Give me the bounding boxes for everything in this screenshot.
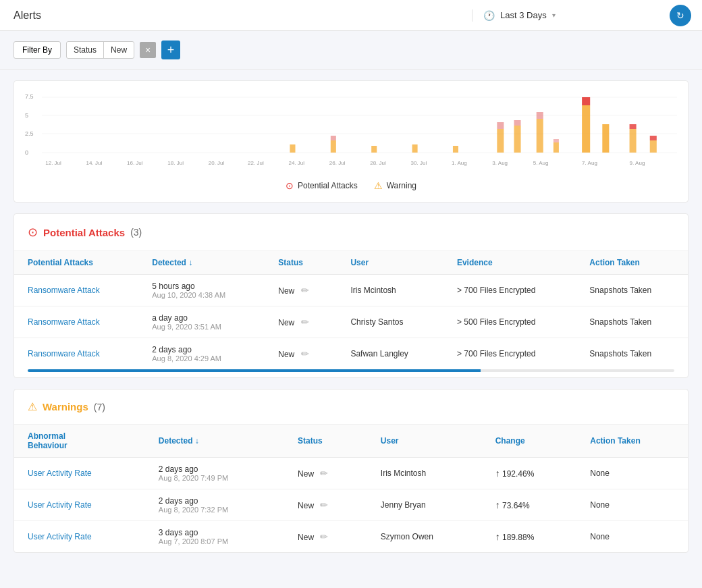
edit-icon[interactable]: ✏ (301, 285, 309, 296)
col-evidence: Evidence (443, 251, 576, 275)
warnings-header-row: AbnormalBehaviour Detected ↓ Status User… (14, 425, 688, 458)
warnings-title: Warnings (43, 401, 88, 412)
col-detected[interactable]: Detected ↓ (138, 251, 265, 275)
col-potential-attacks: Potential Attacks (14, 251, 138, 275)
edit-icon[interactable]: ✏ (320, 531, 328, 542)
svg-rect-37 (582, 105, 590, 153)
potential-attacks-table-wrapper: Potential Attacks Detected ↓ Status User… (14, 251, 688, 369)
svg-text:16. Jul: 16. Jul (127, 160, 143, 166)
attack-detected: 2 days ago Aug 8, 2020 4:29 AM (138, 338, 265, 370)
warning-name[interactable]: User Activity Rate (14, 489, 145, 521)
svg-rect-35 (554, 142, 559, 153)
col-action-taken-w: Action Taken (576, 425, 688, 458)
header-right: 🕐 Last 3 Days ▾ ↻ (473, 5, 702, 26)
attack-action: Snapshots Taken (576, 275, 688, 306)
warning-legend-icon: ⚠ (374, 180, 383, 191)
svg-text:5. Aug: 5. Aug (533, 160, 549, 166)
potential-attacks-title: Potential Attacks (43, 227, 125, 238)
page-title: Alerts (0, 9, 473, 22)
warnings-header: ⚠ Warnings (7) (14, 390, 688, 425)
col-abnormal-behaviour: AbnormalBehaviour (14, 425, 145, 458)
attack-name[interactable]: Ransomware Attack (14, 306, 138, 338)
warning-change: ↑ 192.46% (482, 458, 577, 489)
chart-container: 7.5 5 2.5 0 12. Jul 14. Jul 16. Jul 18. … (14, 80, 688, 203)
svg-rect-40 (630, 129, 637, 153)
svg-rect-26 (371, 146, 377, 153)
table-row: User Activity Rate 3 days ago Aug 7, 202… (14, 521, 688, 553)
warning-legend-label: Warning (387, 181, 416, 190)
table-row: Ransomware Attack a day ago Aug 9, 2020 … (14, 306, 688, 338)
attack-name[interactable]: Ransomware Attack (14, 275, 138, 306)
status-filter: Status New (66, 41, 134, 59)
attack-status: New ✏ (265, 306, 337, 338)
warnings-count: (7) (94, 402, 105, 412)
svg-rect-27 (412, 144, 418, 153)
attack-name[interactable]: Ransomware Attack (14, 338, 138, 370)
svg-rect-34 (537, 112, 543, 119)
svg-text:14. Jul: 14. Jul (86, 160, 103, 166)
potential-attacks-count: (3) (130, 227, 142, 238)
header: Alerts 🕐 Last 3 Days ▾ ↻ (0, 0, 702, 31)
edit-icon[interactable]: ✏ (301, 348, 309, 359)
chevron-down-icon: ▾ (552, 11, 556, 19)
filter-bar: Filter By Status New × + (0, 31, 702, 70)
warning-detected: 2 days ago Aug 8, 2020 7:32 PM (145, 489, 284, 521)
svg-text:20. Jul: 20. Jul (209, 160, 225, 166)
svg-rect-28 (453, 146, 458, 153)
edit-icon[interactable]: ✏ (301, 317, 309, 327)
status-filter-label: Status (67, 42, 104, 58)
warning-change: ↑ 189.88% (482, 521, 577, 553)
warning-user: Szymon Owen (367, 521, 482, 553)
attack-user: Safwan Langley (337, 338, 443, 370)
filter-clear-button[interactable]: × (140, 42, 156, 58)
table-row: User Activity Rate 2 days ago Aug 8, 202… (14, 489, 688, 521)
svg-text:7.5: 7.5 (25, 93, 34, 100)
refresh-button[interactable]: ↻ (670, 5, 691, 26)
warning-action: None (576, 458, 688, 489)
svg-text:26. Jul: 26. Jul (329, 160, 346, 166)
legend-potential-attacks: ⊙ Potential Attacks (286, 180, 358, 191)
table-row: Ransomware Attack 2 days ago Aug 8, 2020… (14, 338, 688, 370)
attack-action: Snapshots Taken (576, 306, 688, 338)
attack-evidence: > 500 Files Encrypted (443, 306, 576, 338)
warning-name[interactable]: User Activity Rate (14, 458, 145, 489)
table-row: Ransomware Attack 5 hours ago Aug 10, 20… (14, 275, 688, 306)
main-content: 7.5 5 2.5 0 12. Jul 14. Jul 16. Jul 18. … (0, 80, 702, 577)
scroll-indicator (28, 369, 674, 372)
warning-status: New ✏ (284, 458, 367, 489)
svg-rect-29 (497, 129, 504, 153)
potential-attacks-header-row: Potential Attacks Detected ↓ Status User… (14, 251, 688, 275)
edit-icon[interactable]: ✏ (320, 468, 328, 479)
table-row: User Activity Rate 2 days ago Aug 8, 202… (14, 458, 688, 489)
potential-attacks-legend-label: Potential Attacks (298, 181, 358, 190)
warnings-table: AbnormalBehaviour Detected ↓ Status User… (14, 425, 688, 552)
potential-attacks-section: ⊙ Potential Attacks (3) Potential Attack… (14, 213, 688, 378)
time-filter[interactable]: 🕐 Last 3 Days ▾ (483, 10, 556, 21)
svg-rect-36 (554, 139, 559, 142)
warnings-icon: ⚠ (28, 400, 37, 413)
attack-action: Snapshots Taken (576, 338, 688, 370)
svg-text:24. Jul: 24. Jul (288, 160, 304, 166)
edit-icon[interactable]: ✏ (320, 500, 328, 510)
warning-change: ↑ 73.64% (482, 489, 577, 521)
svg-rect-33 (537, 119, 543, 153)
svg-text:9. Aug: 9. Aug (630, 160, 645, 166)
warning-name[interactable]: User Activity Rate (14, 521, 145, 553)
filter-add-button[interactable]: + (161, 41, 180, 59)
svg-text:2.5: 2.5 (25, 130, 34, 137)
warning-user: Jenny Bryan (367, 489, 482, 521)
attack-status: New ✏ (265, 275, 337, 306)
attack-user: Christy Santos (337, 306, 443, 338)
col-change: Change (482, 425, 577, 458)
warnings-table-wrapper: AbnormalBehaviour Detected ↓ Status User… (14, 425, 688, 552)
legend-warning: ⚠ Warning (374, 180, 416, 191)
potential-attacks-header: ⊙ Potential Attacks (3) (14, 214, 688, 251)
svg-rect-32 (514, 120, 521, 126)
potential-attacks-table: Potential Attacks Detected ↓ Status User… (14, 251, 688, 369)
attack-status: New ✏ (265, 338, 337, 370)
filter-by-button[interactable]: Filter By (14, 41, 61, 59)
arrow-up-icon: ↑ (495, 468, 500, 479)
svg-rect-24 (331, 140, 336, 153)
col-detected-w[interactable]: Detected ↓ (145, 425, 284, 458)
svg-text:28. Jul: 28. Jul (370, 160, 386, 166)
